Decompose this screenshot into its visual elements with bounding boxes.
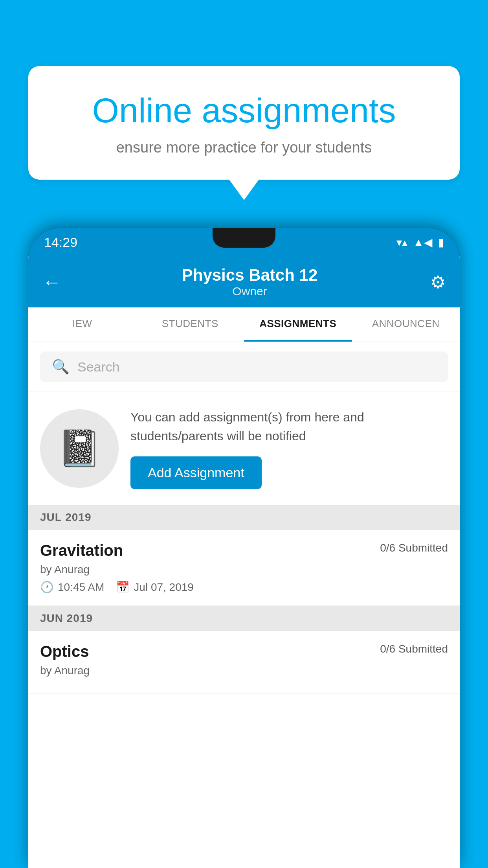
search-input[interactable]: Search bbox=[77, 359, 120, 375]
clock-icon: 🕐 bbox=[40, 581, 54, 594]
promo-text: You can add assignment(s) from here and … bbox=[130, 408, 448, 489]
assignment-optics[interactable]: Optics 0/6 Submitted by Anurag bbox=[28, 631, 460, 694]
assignment-time: 10:45 AM bbox=[58, 581, 104, 594]
assignment-by: by Anurag bbox=[40, 563, 448, 576]
tab-overview[interactable]: IEW bbox=[28, 307, 136, 342]
tab-students[interactable]: STUDENTS bbox=[136, 307, 244, 342]
content-area: 🔍 Search 📓 You can add assignment(s) fro… bbox=[28, 342, 460, 868]
promo-description: You can add assignment(s) from here and … bbox=[130, 408, 448, 445]
speech-bubble-title: Online assignments bbox=[56, 90, 432, 131]
speech-bubble-subtitle: ensure more practice for your students bbox=[56, 139, 432, 156]
search-icon: 🔍 bbox=[52, 359, 70, 375]
assignment-top-optics: Optics 0/6 Submitted bbox=[40, 643, 448, 660]
wifi-icon: ▾▴ bbox=[396, 236, 407, 249]
search-bar-container: 🔍 Search bbox=[28, 342, 460, 392]
assignment-submitted: 0/6 Submitted bbox=[380, 542, 448, 554]
time-meta: 🕐 10:45 AM bbox=[40, 581, 104, 594]
assignment-gravitation[interactable]: Gravitation 0/6 Submitted by Anurag 🕐 10… bbox=[28, 530, 460, 606]
tab-bar: IEW STUDENTS ASSIGNMENTS ANNOUNCEN bbox=[28, 307, 460, 342]
phone-frame: 14:29 ▾▴ ▲◀ ▮ ← Physics Batch 12 Owner ⚙… bbox=[28, 228, 460, 868]
status-time: 14:29 bbox=[44, 235, 77, 250]
settings-icon[interactable]: ⚙ bbox=[430, 272, 446, 292]
notebook-icon: 📓 bbox=[57, 428, 101, 469]
assignment-top: Gravitation 0/6 Submitted bbox=[40, 542, 448, 559]
app-bar: ← Physics Batch 12 Owner ⚙ bbox=[28, 256, 460, 307]
app-bar-subtitle: Owner bbox=[69, 285, 430, 298]
add-assignment-button[interactable]: Add Assignment bbox=[130, 456, 262, 489]
tab-announcements[interactable]: ANNOUNCEN bbox=[352, 307, 460, 342]
status-icons: ▾▴ ▲◀ ▮ bbox=[396, 236, 444, 249]
assignment-submitted-optics: 0/6 Submitted bbox=[380, 643, 448, 655]
phone-inner: ← Physics Batch 12 Owner ⚙ IEW STUDENTS … bbox=[28, 256, 460, 868]
notch bbox=[213, 228, 275, 248]
status-bar: 14:29 ▾▴ ▲◀ ▮ bbox=[28, 228, 460, 256]
back-button[interactable]: ← bbox=[42, 271, 61, 293]
assignment-name-optics: Optics bbox=[40, 643, 89, 660]
promo-icon-circle: 📓 bbox=[40, 409, 119, 488]
signal-icon: ▲◀ bbox=[413, 236, 433, 249]
section-header-jul: JUL 2019 bbox=[28, 505, 460, 530]
app-bar-title: Physics Batch 12 bbox=[69, 266, 430, 285]
calendar-icon: 📅 bbox=[116, 581, 130, 594]
speech-bubble-card: Online assignments ensure more practice … bbox=[28, 66, 460, 180]
search-input-wrapper[interactable]: 🔍 Search bbox=[40, 351, 448, 382]
assignment-name: Gravitation bbox=[40, 542, 123, 559]
date-meta: 📅 Jul 07, 2019 bbox=[116, 581, 194, 594]
assignment-date: Jul 07, 2019 bbox=[134, 581, 194, 594]
tab-assignments[interactable]: ASSIGNMENTS bbox=[244, 307, 352, 342]
app-bar-title-group: Physics Batch 12 Owner bbox=[69, 266, 430, 298]
assignment-meta: 🕐 10:45 AM 📅 Jul 07, 2019 bbox=[40, 581, 448, 594]
promo-section: 📓 You can add assignment(s) from here an… bbox=[28, 392, 460, 505]
section-header-jun: JUN 2019 bbox=[28, 606, 460, 631]
battery-icon: ▮ bbox=[438, 236, 444, 249]
assignment-by-optics: by Anurag bbox=[40, 664, 448, 677]
